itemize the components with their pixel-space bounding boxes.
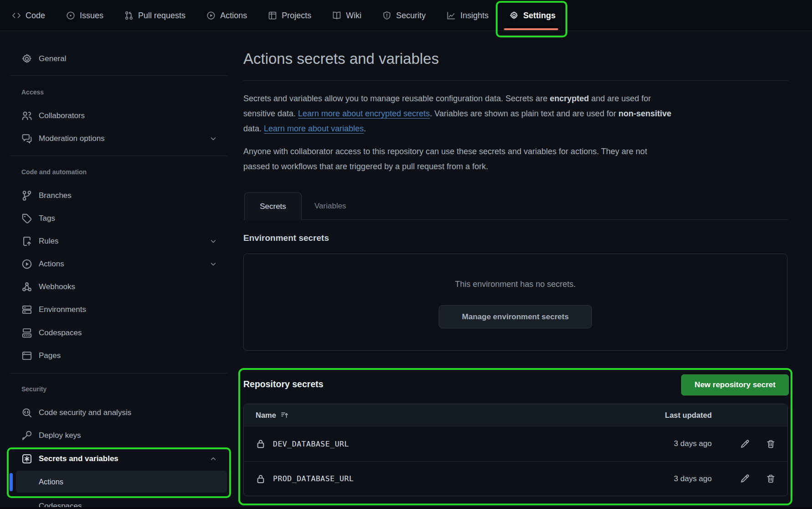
sidebar-item-secrets-and-variables[interactable]: Secrets and variables <box>10 449 228 469</box>
intro-paragraph: Secrets and variables allow you to manag… <box>243 91 795 136</box>
gear-icon <box>509 11 519 20</box>
graph-icon <box>447 11 456 20</box>
nav-label: Insights <box>460 11 488 21</box>
sidebar-item-general[interactable]: General <box>10 49 228 69</box>
nav-label: Settings <box>523 11 555 21</box>
nav-tab-wiki[interactable]: Wiki <box>332 0 361 31</box>
sidebar-label: Rules <box>39 237 58 246</box>
sort-ascending-icon <box>281 411 288 419</box>
sidebar-label: Code security and analysis <box>39 408 131 417</box>
tag-icon <box>21 213 32 224</box>
page-title: Actions secrets and variables <box>243 50 439 68</box>
sidebar-section-code-automation: Code and automation <box>21 166 87 177</box>
sidebar-item-webhooks[interactable]: Webhooks <box>10 277 228 297</box>
divider <box>10 75 228 76</box>
nav-tab-actions[interactable]: Actions <box>206 0 247 31</box>
divider <box>10 156 228 156</box>
chevron-down-icon <box>210 135 217 142</box>
issue-icon <box>66 11 75 20</box>
selected-item-indicator-bar <box>10 473 13 491</box>
chevron-up-icon <box>210 455 217 462</box>
nav-tab-projects[interactable]: Projects <box>268 0 311 31</box>
sidebar-label: Moderation options <box>39 134 105 143</box>
play-circle-icon <box>21 259 32 270</box>
nav-tab-code[interactable]: Code <box>12 0 45 31</box>
sidebar-label: Tags <box>39 214 55 223</box>
delete-trash-icon[interactable] <box>766 474 776 483</box>
nav-tab-issues[interactable]: Issues <box>66 0 103 31</box>
tab-secrets[interactable]: Secrets <box>244 192 302 220</box>
tab-variables[interactable]: Variables <box>314 192 346 220</box>
sidebar-item-moderation-options[interactable]: Moderation options <box>10 129 228 149</box>
sidebar-label: Actions <box>39 260 64 269</box>
inline-link[interactable]: Learn more about encrypted secrets <box>298 109 430 118</box>
sidebar-item-rules[interactable]: Rules <box>10 231 228 251</box>
shield-icon <box>382 11 391 20</box>
sidebar-label: General <box>39 54 66 63</box>
sidebar-item-codespaces[interactable]: Codespaces <box>10 323 228 343</box>
sidebar-subitem-actions[interactable]: Actions <box>16 471 227 493</box>
github-settings-page: Code Issues Pull requests Actions Projec… <box>0 0 812 509</box>
sidebar-label: Branches <box>39 191 72 200</box>
secrets-variables-tabbar: Secrets Variables <box>243 192 788 220</box>
sidebar-item-deploy-keys[interactable]: Deploy keys <box>10 426 228 446</box>
play-circle-icon <box>206 11 216 20</box>
environment-secrets-heading: Environment secrets <box>243 233 329 243</box>
settings-sidebar: General Access Collaborators Moderation … <box>10 31 228 509</box>
book-icon <box>332 11 341 20</box>
sidebar-item-collaborators[interactable]: Collaborators <box>10 106 228 126</box>
environment-empty-message: This environment has no secrets. <box>244 280 787 289</box>
sidebar-item-environments[interactable]: Environments <box>10 300 228 320</box>
nav-label: Code <box>26 11 45 21</box>
sidebar-label: Webhooks <box>39 282 75 291</box>
secret-name-cell: PROD_DATABASE_URL <box>256 474 653 484</box>
gear-icon <box>21 53 32 64</box>
last-updated-cell: 3 days ago <box>653 474 712 483</box>
nav-label: Wiki <box>346 11 361 21</box>
note-line: passed to workflows that are triggered b… <box>243 159 795 174</box>
intro-line: data. Learn more about variables. <box>243 121 795 136</box>
edit-pencil-icon[interactable] <box>740 474 750 483</box>
edit-pencil-icon[interactable] <box>740 439 750 449</box>
note-line: Anyone with collaborator access to this … <box>243 144 795 159</box>
sidebar-label: Pages <box>39 351 61 360</box>
git-branch-icon <box>21 190 32 201</box>
secret-name: DEV_DATABASE_URL <box>273 440 349 448</box>
lock-icon <box>256 474 266 484</box>
nav-tab-settings[interactable]: Settings <box>509 0 555 31</box>
delete-trash-icon[interactable] <box>766 439 776 449</box>
divider <box>10 373 228 374</box>
sidebar-item-tags[interactable]: Tags <box>10 208 228 229</box>
nav-label: Pull requests <box>138 11 185 21</box>
key-asterisk-icon <box>21 453 32 464</box>
manage-environment-secrets-button[interactable]: Manage environment secrets <box>439 305 592 328</box>
screenshot-bottom-edge <box>0 507 812 509</box>
sidebar-item-branches[interactable]: Branches <box>10 186 228 206</box>
browser-icon <box>21 350 32 361</box>
name-column-header[interactable]: Name <box>256 411 653 420</box>
sidebar-label: Actions <box>39 478 63 486</box>
rules-icon <box>21 236 32 247</box>
server-icon <box>21 304 32 315</box>
note-paragraph: Anyone with collaborator access to this … <box>243 144 795 174</box>
last-updated-cell: 3 days ago <box>653 439 712 448</box>
sidebar-item-code-security[interactable]: Code security and analysis <box>10 403 228 423</box>
comment-discussion-icon <box>21 133 32 144</box>
new-repository-secret-button[interactable]: New repository secret <box>681 374 789 395</box>
nav-label: Issues <box>80 11 103 21</box>
sidebar-item-pages[interactable]: Pages <box>10 346 228 366</box>
key-icon <box>21 430 32 441</box>
nav-tab-security[interactable]: Security <box>382 0 426 31</box>
sidebar-label: Deploy keys <box>39 431 81 440</box>
repository-secrets-heading: Repository secrets <box>243 379 324 390</box>
sidebar-label: Codespaces <box>39 328 82 338</box>
intro-line: Secrets and variables allow you to manag… <box>243 91 795 106</box>
inline-link[interactable]: Learn more about variables <box>264 124 364 133</box>
row-actions <box>712 439 776 449</box>
nav-label: Actions <box>220 11 247 21</box>
table-row: PROD_DATABASE_URL 3 days ago <box>244 461 787 496</box>
nav-tab-insights[interactable]: Insights <box>447 0 488 31</box>
sidebar-label: Collaborators <box>39 111 85 120</box>
nav-tab-pull-requests[interactable]: Pull requests <box>124 0 185 31</box>
sidebar-item-actions[interactable]: Actions <box>10 254 228 274</box>
